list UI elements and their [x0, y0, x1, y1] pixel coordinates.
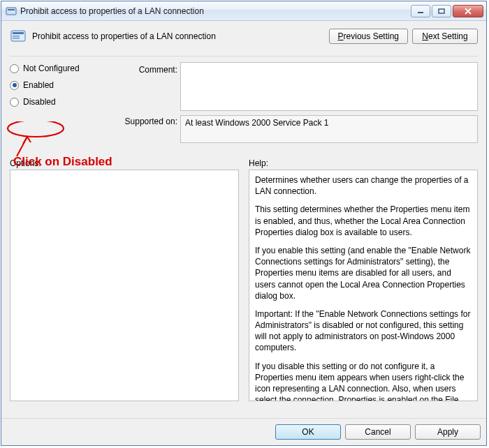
dialog-footer: OK Cancel Apply — [1, 418, 486, 445]
help-label: Help: — [249, 158, 478, 168]
title-bar: Prohibit access to properties of a LAN c… — [1, 1, 486, 21]
radio-icon — [10, 81, 19, 90]
help-pane[interactable]: Determines whether users can change the … — [249, 170, 478, 401]
svg-rect-7 — [13, 38, 20, 39]
radio-icon — [10, 98, 19, 107]
maximize-button[interactable] — [432, 5, 451, 17]
next-setting-button[interactable]: Next Setting — [412, 29, 478, 44]
window-controls — [411, 5, 483, 17]
supported-on-value: At least Windows 2000 Service Pack 1 — [180, 115, 478, 143]
state-radio-group: Not Configured Enabled Disabled — [10, 62, 115, 107]
radio-icon — [10, 64, 19, 73]
nav-buttons: Previous Setting Next Setting — [329, 29, 478, 44]
comment-textarea[interactable] — [180, 62, 478, 111]
supported-label: Supported on: — [117, 115, 177, 126]
divider — [10, 56, 478, 57]
options-pane[interactable] — [10, 170, 239, 401]
help-paragraph: Important: If the "Enable Network Connec… — [255, 308, 472, 354]
apply-button[interactable]: Apply — [415, 424, 481, 440]
radio-enabled[interactable]: Enabled — [10, 80, 115, 90]
cancel-button[interactable]: Cancel — [345, 424, 411, 440]
radio-not-configured[interactable]: Not Configured — [10, 64, 115, 73]
svg-rect-3 — [439, 9, 444, 13]
close-button[interactable] — [453, 5, 483, 17]
svg-rect-2 — [418, 12, 423, 13]
help-paragraph: Determines whether users can change the … — [255, 174, 472, 197]
svg-rect-6 — [13, 36, 20, 37]
help-paragraph: This setting determines whether the Prop… — [255, 204, 472, 238]
dialog-content: Prohibit access to properties of a LAN c… — [1, 21, 486, 418]
svg-rect-5 — [13, 32, 24, 34]
settings-grid: Not Configured Enabled Disabled Comment:… — [10, 62, 478, 151]
pane-labels: Options: Help: — [10, 158, 478, 168]
radio-label: Enabled — [23, 80, 54, 90]
ok-button[interactable]: OK — [275, 424, 341, 440]
svg-rect-0 — [6, 8, 16, 15]
minimize-button[interactable] — [411, 5, 430, 17]
radio-disabled[interactable]: Disabled — [10, 97, 115, 107]
help-paragraph: If you enable this setting (and enable t… — [255, 245, 472, 301]
help-paragraph: If you disable this setting or do not co… — [255, 361, 472, 401]
policy-icon — [10, 28, 27, 45]
radio-label: Not Configured — [23, 64, 80, 73]
previous-setting-button[interactable]: Previous Setting — [329, 29, 408, 44]
app-icon — [6, 6, 17, 17]
radio-label: Disabled — [23, 97, 56, 107]
header-row: Prohibit access to properties of a LAN c… — [10, 28, 478, 45]
svg-rect-1 — [8, 9, 15, 10]
window-title: Prohibit access to properties of a LAN c… — [20, 6, 411, 16]
options-label: Options: — [10, 158, 239, 168]
comment-label: Comment: — [117, 62, 177, 75]
panes-row: Determines whether users can change the … — [10, 170, 478, 412]
policy-title: Prohibit access to properties of a LAN c… — [32, 31, 323, 41]
dialog-window: Prohibit access to properties of a LAN c… — [1, 1, 487, 446]
